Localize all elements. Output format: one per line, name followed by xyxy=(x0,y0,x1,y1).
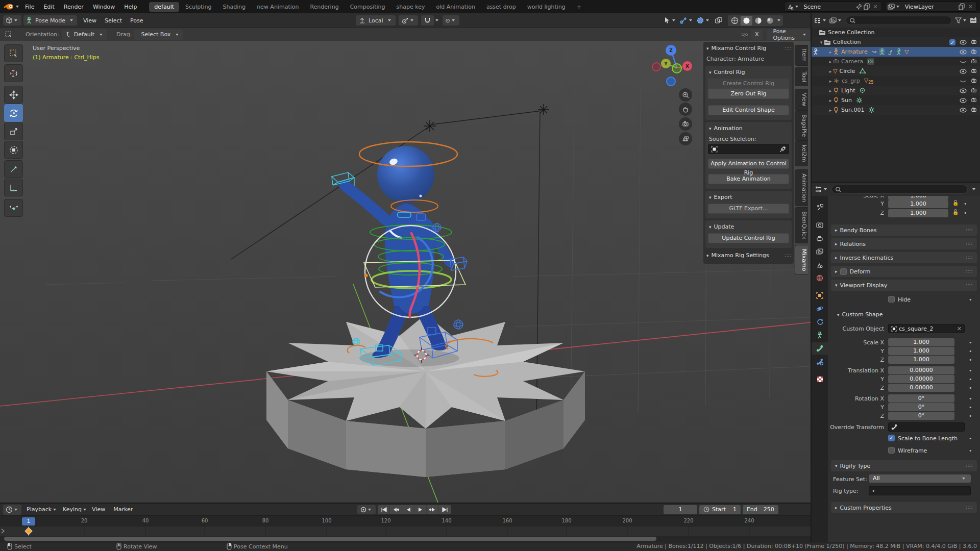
create-control-rig-button[interactable]: Create Control Rig xyxy=(708,79,789,89)
workspace-tab-asset-drop[interactable]: asset drop xyxy=(481,2,521,12)
jump-to-end-button[interactable] xyxy=(439,505,451,514)
hidden-eye-icon[interactable] xyxy=(960,59,967,64)
eyedropper-icon[interactable] xyxy=(779,146,786,153)
custom-shape-translation-y[interactable]: 0.00000 xyxy=(888,375,954,383)
sidebar-tab-tool[interactable]: Tool xyxy=(795,67,808,86)
hidden-eye-icon[interactable] xyxy=(960,79,967,84)
menu-render[interactable]: Render xyxy=(59,2,88,12)
update-control-rig-button[interactable]: Update Control Rig xyxy=(708,233,789,243)
proportional-editing-dropdown[interactable]: ⊙ xyxy=(443,15,459,26)
scene-selector[interactable]: Scene ✕ xyxy=(784,2,882,12)
outliner-display-mode-dropdown[interactable] xyxy=(829,17,843,24)
prev-keyframe-button[interactable] xyxy=(390,505,402,514)
hide-eye-icon[interactable] xyxy=(960,108,967,113)
timeline-editor-type-button[interactable] xyxy=(3,505,21,515)
snap-dropdown-caret[interactable] xyxy=(435,19,438,21)
tool-annotate[interactable] xyxy=(4,160,23,178)
outliner-filter-dropdown[interactable] xyxy=(955,17,968,23)
menu-window[interactable]: Window xyxy=(88,2,119,12)
outliner-row-light[interactable]: ▸ Light xyxy=(812,86,980,95)
properties-search[interactable] xyxy=(831,185,968,194)
panel-viewport-display[interactable]: ▾Viewport Display∷∷ xyxy=(831,280,977,291)
menu-select[interactable]: Select xyxy=(101,17,126,24)
panel-custom-properties[interactable]: ▸Custom Properties∷∷ xyxy=(831,502,977,513)
custom-object-field[interactable]: cs_square_2 ✕ xyxy=(888,324,965,333)
scene-name[interactable]: Scene xyxy=(800,4,856,10)
animate-dot[interactable]: • xyxy=(964,201,967,207)
disable-render-icon[interactable] xyxy=(971,59,977,64)
source-skeleton-field[interactable] xyxy=(708,144,789,154)
workspace-tab-sculpting[interactable]: Sculpting xyxy=(180,2,216,12)
menu-help[interactable]: Help xyxy=(119,2,141,12)
outliner-row-circle[interactable]: ▸ ▽ Circle xyxy=(812,66,980,76)
control-rig-header[interactable]: ▾Control Rig xyxy=(708,68,789,78)
custom-shape-scale-z[interactable]: 1.000 xyxy=(888,356,954,364)
play-button[interactable] xyxy=(414,505,427,514)
panel-grip[interactable]: ∷∷ xyxy=(785,253,792,258)
expand-icon[interactable]: ▸ xyxy=(828,69,833,74)
shading-wireframe-button[interactable] xyxy=(729,16,741,26)
expand-icon[interactable]: ▸ xyxy=(828,49,833,55)
navigation-gizmo[interactable]: Z Y X xyxy=(647,42,703,95)
tool-transform[interactable] xyxy=(4,141,23,159)
gizmo-axis-x-neg[interactable] xyxy=(652,62,661,71)
tab-texture[interactable] xyxy=(812,373,828,385)
export-header[interactable]: ▾Export xyxy=(708,193,789,203)
active-tool-icon[interactable] xyxy=(5,31,12,38)
transform-orientation-dropdown[interactable]: Local xyxy=(356,15,396,26)
panel-bendy-bones[interactable]: ▸Bendy Bones∷∷ xyxy=(831,224,977,236)
gizmo-axis-y-neg[interactable] xyxy=(672,63,682,73)
tab-scene[interactable] xyxy=(812,259,828,271)
timeline-view-menu[interactable]: View xyxy=(88,506,109,513)
disable-render-icon[interactable] xyxy=(971,88,977,93)
tool-orientation-dropdown[interactable]: Default xyxy=(62,30,107,40)
panel-rigify-type[interactable]: ▾Rigify Type∷∷ xyxy=(831,460,977,471)
tool-select-box[interactable] xyxy=(4,44,23,62)
shading-solid-button[interactable] xyxy=(741,16,752,26)
editor-type-button[interactable] xyxy=(3,15,21,26)
pivot-point-dropdown[interactable] xyxy=(399,15,418,26)
outliner-search[interactable] xyxy=(846,16,952,25)
expand-icon[interactable]: ▸ xyxy=(828,98,833,103)
tab-world[interactable] xyxy=(812,272,828,284)
lock-icon[interactable]: 🔓 xyxy=(952,200,959,206)
sidebar-tab-item[interactable]: Item xyxy=(795,45,808,66)
panel-deform[interactable]: ▸Deform∷∷ xyxy=(831,266,977,277)
sidebar-tab-view[interactable]: View xyxy=(795,89,808,110)
update-header[interactable]: ▾Update xyxy=(708,222,789,232)
tool-rotate[interactable] xyxy=(4,104,23,122)
expand-icon[interactable]: ▾ xyxy=(819,40,824,45)
workspace-tab-shape-key[interactable]: shape key xyxy=(391,2,430,12)
hide-eye-icon[interactable] xyxy=(960,40,967,45)
wireframe-checkbox[interactable] xyxy=(888,447,895,454)
edit-control-shape-button[interactable]: Edit Control Shape xyxy=(708,105,789,115)
new-scene-icon[interactable] xyxy=(864,3,870,10)
playback-menu[interactable]: Playback xyxy=(27,506,58,513)
frame-start-field[interactable]: Start1 xyxy=(699,505,741,514)
custom-shape-translation-x[interactable]: 0.00000 xyxy=(888,366,954,374)
tab-object-data[interactable] xyxy=(812,329,828,341)
play-reverse-button[interactable] xyxy=(402,505,414,514)
menu-pose[interactable]: Pose xyxy=(126,17,147,24)
custom-shape-translation-z[interactable]: 0.00000 xyxy=(888,384,954,392)
add-workspace-button[interactable]: + xyxy=(572,2,586,12)
hide-checkbox[interactable] xyxy=(888,296,895,303)
gltf-export-button[interactable]: GLTF Export... xyxy=(708,204,789,214)
shading-dropdown-caret[interactable] xyxy=(777,19,780,21)
new-collection-button[interactable] xyxy=(970,17,977,24)
tool-measure[interactable] xyxy=(4,179,23,196)
bone-scale-z-field[interactable]: 1.000 xyxy=(888,209,948,217)
gizmo-axis-z-neg[interactable] xyxy=(666,77,676,86)
timeline-ruler[interactable]: 20 40 60 80 100 120 140 160 180 200 220 … xyxy=(0,515,811,527)
shading-rendered-button[interactable] xyxy=(764,16,776,26)
hide-eye-icon[interactable] xyxy=(960,88,967,93)
panel-inverse-kinematics[interactable]: ▸Inverse Kinematics∷∷ xyxy=(831,252,977,263)
bake-animation-button[interactable]: Bake Animation xyxy=(708,174,789,184)
hide-eye-icon[interactable] xyxy=(960,69,967,74)
overlays-toggle-dropdown[interactable] xyxy=(697,17,710,24)
sidebar-tab-kei2m[interactable]: kei2m xyxy=(795,141,808,166)
mixamo-rig-settings-header[interactable]: ▾Mixamo Rig Settings∷∷ xyxy=(705,251,792,261)
custom-shape-scale-y[interactable]: 1.000 xyxy=(888,347,954,355)
tab-bone[interactable] xyxy=(812,342,828,355)
animation-header[interactable]: ▾Animation xyxy=(708,124,789,134)
